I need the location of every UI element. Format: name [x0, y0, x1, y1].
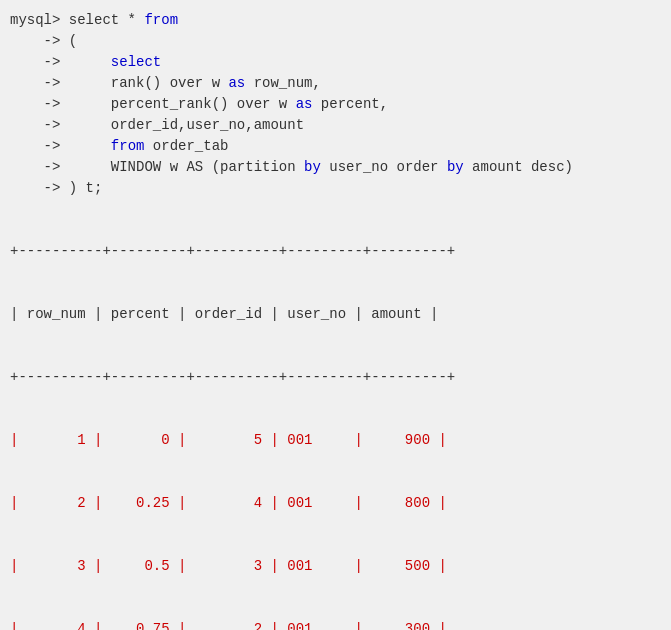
prompt: -> — [10, 115, 69, 136]
query-line-4: -> rank() over w as row_num, — [10, 73, 661, 94]
query-line-5: -> percent_rank() over w as percent, — [10, 94, 661, 115]
prompt: -> — [10, 52, 69, 73]
query-line-8: -> WINDOW w AS (partition by user_no ord… — [10, 157, 661, 178]
query-line-9: -> ) t; — [10, 178, 661, 199]
prompt: mysql> — [10, 10, 69, 31]
query-line-7: -> from order_tab — [10, 136, 661, 157]
prompt: -> — [10, 31, 69, 52]
table-header: | row_num | percent | order_id | user_no… — [10, 304, 661, 325]
table-row: | 1 | 0 | 5 | 001 | 900 | — [10, 430, 661, 451]
prompt: -> — [10, 136, 69, 157]
table: +----------+---------+----------+-------… — [10, 199, 661, 630]
table-separator-header: +----------+---------+----------+-------… — [10, 367, 661, 388]
table-separator-top: +----------+---------+----------+-------… — [10, 241, 661, 262]
terminal: mysql> select * from -> ( -> select -> r… — [10, 10, 661, 630]
prompt: -> — [10, 73, 69, 94]
query-line-2: -> ( — [10, 31, 661, 52]
prompt: -> — [10, 94, 69, 115]
query-line-1: mysql> select * from — [10, 10, 661, 31]
query-line-6: -> order_id,user_no,amount — [10, 115, 661, 136]
table-row: | 2 | 0.25 | 4 | 001 | 800 | — [10, 493, 661, 514]
prompt: -> — [10, 178, 69, 199]
prompt: -> — [10, 157, 69, 178]
table-row: | 3 | 0.5 | 3 | 001 | 500 | — [10, 556, 661, 577]
table-row: | 4 | 0.75 | 2 | 001 | 300 | — [10, 619, 661, 630]
query-line-3: -> select — [10, 52, 661, 73]
